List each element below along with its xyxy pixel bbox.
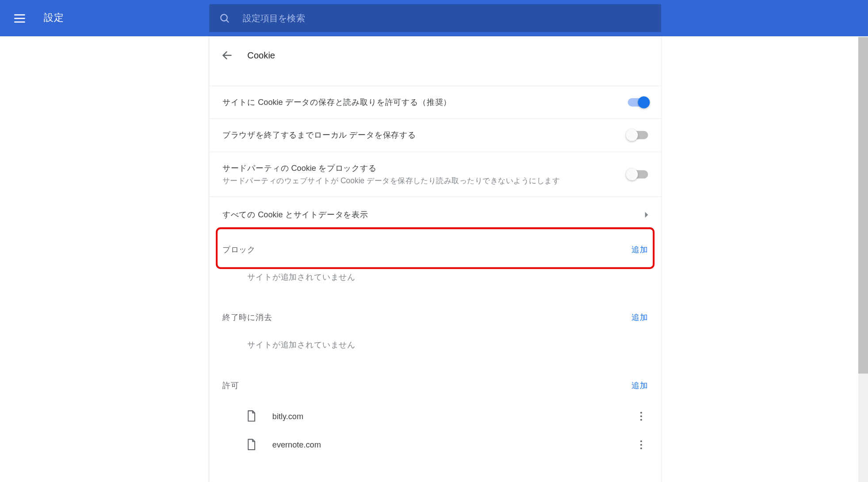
add-block-button[interactable]: 追加 (631, 245, 648, 255)
menu-icon[interactable] (14, 11, 28, 25)
clear-empty-message: サイトが追加されていません (222, 334, 648, 368)
chevron-right-icon (645, 212, 648, 217)
allow-site-item[interactable]: evernote.com (222, 430, 648, 459)
link-label: すべての Cookie とサイトデータを表示 (222, 209, 368, 221)
section-title-block: ブロック (222, 245, 256, 255)
arrow-left-icon (221, 49, 233, 61)
more-button[interactable] (634, 437, 648, 451)
svg-point-0 (221, 14, 227, 21)
site-label: bitly.com (272, 412, 634, 420)
setting-row-keep-until-exit: ブラウザを終了するまでローカル データを保存する (209, 119, 661, 151)
search-box[interactable] (209, 4, 661, 32)
more-vertical-icon (640, 411, 642, 421)
file-icon (245, 438, 258, 451)
block-empty-message: サイトが追加されていません (222, 266, 648, 301)
settings-card: Cookie サイトに Cookie データの保存と読み取りを許可する（推奨） … (209, 36, 661, 482)
search-input[interactable] (243, 13, 652, 23)
svg-line-1 (226, 20, 229, 22)
add-clear-button[interactable]: 追加 (631, 312, 648, 323)
site-label: evernote.com (272, 440, 634, 449)
section-title-allow: 許可 (222, 380, 239, 391)
add-allow-button[interactable]: 追加 (631, 380, 648, 391)
section-block: ブロック 追加 サイトが追加されていません (209, 233, 661, 301)
toggle-allow-cookies[interactable] (628, 98, 648, 107)
more-vertical-icon (640, 439, 642, 450)
more-button[interactable] (634, 409, 648, 423)
file-icon (245, 409, 258, 423)
allow-site-item[interactable]: bitly.com (222, 402, 648, 431)
section-title-clear: 終了時に消去 (222, 312, 272, 323)
setting-label: ブラウザを終了するまでローカル データを保存する (222, 129, 416, 141)
back-button[interactable] (220, 48, 234, 62)
setting-label: サイトに Cookie データの保存と読み取りを許可する（推奨） (222, 96, 451, 108)
section-clear-on-exit: 終了時に消去 追加 サイトが追加されていません (209, 301, 661, 368)
setting-row-block-third-party: サードパーティの Cookie をブロックする サードパーティのウェブサイトが … (209, 151, 661, 196)
toggle-block-third-party[interactable] (628, 170, 648, 178)
page-title: Cookie (247, 50, 275, 60)
section-allow: 許可 追加 bitly.com (209, 368, 661, 459)
setting-sub: サードパーティのウェブサイトが Cookie データを保存したり読み取ったりでき… (222, 175, 560, 186)
search-icon (219, 12, 231, 24)
top-bar: 設定 (0, 0, 868, 36)
setting-row-allow-cookies: サイトに Cookie データの保存と読み取りを許可する（推奨） (209, 86, 661, 119)
view-all-cookies-link[interactable]: すべての Cookie とサイトデータを表示 (209, 196, 661, 232)
app-title: 設定 (44, 12, 64, 24)
toggle-keep-until-exit[interactable] (628, 131, 648, 139)
setting-label: サードパーティの Cookie をブロックする (222, 162, 560, 174)
